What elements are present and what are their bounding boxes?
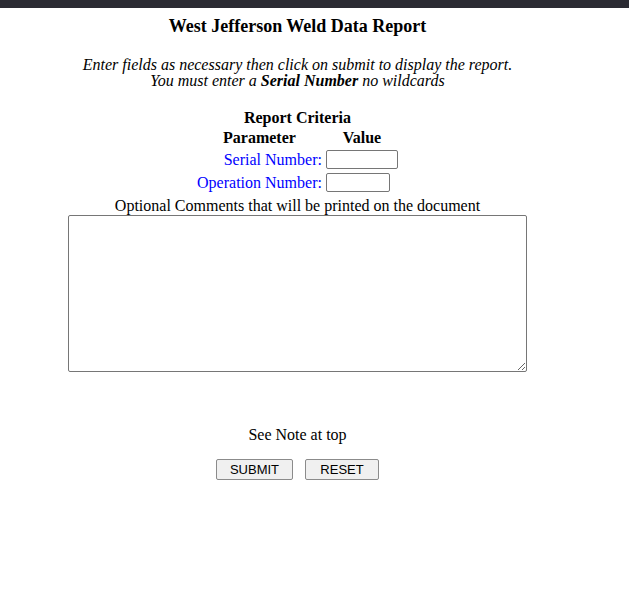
report-form: West Jefferson Weld Data Report Enter fi… bbox=[0, 17, 595, 480]
comments-textarea[interactable] bbox=[68, 215, 527, 372]
instructions-line1: Enter fields as necessary then click on … bbox=[83, 56, 513, 73]
button-row: SUBMIT RESET bbox=[0, 459, 595, 480]
operation-number-label: Operation Number: bbox=[195, 173, 324, 192]
operation-number-input[interactable] bbox=[326, 173, 390, 192]
submit-button[interactable]: SUBMIT bbox=[216, 459, 293, 480]
instructions-line2-suffix: no wildcards bbox=[358, 72, 445, 89]
instructions-line2-prefix: You must enter a bbox=[150, 72, 261, 89]
column-header-value: Value bbox=[324, 130, 400, 146]
instructions-paragraph: Enter fields as necessary then click on … bbox=[0, 57, 595, 89]
top-border-bar bbox=[0, 0, 629, 8]
table-row: Serial Number: bbox=[195, 150, 400, 169]
serial-number-label: Serial Number: bbox=[195, 150, 324, 169]
column-header-parameter: Parameter bbox=[195, 130, 324, 146]
instructions-serial-number-emphasis: Serial Number bbox=[261, 72, 358, 89]
table-row: Operation Number: bbox=[195, 173, 400, 192]
comments-label: Optional Comments that will be printed o… bbox=[0, 198, 595, 214]
note-text: See Note at top bbox=[0, 427, 595, 443]
criteria-table: Report Criteria Parameter Value Serial N… bbox=[195, 106, 400, 196]
criteria-heading-row: Report Criteria bbox=[195, 110, 400, 126]
page-title: West Jefferson Weld Data Report bbox=[0, 17, 595, 35]
criteria-heading: Report Criteria bbox=[195, 110, 400, 126]
serial-number-input[interactable] bbox=[326, 150, 398, 169]
reset-button[interactable]: RESET bbox=[305, 459, 379, 480]
criteria-header-row: Parameter Value bbox=[195, 130, 400, 146]
